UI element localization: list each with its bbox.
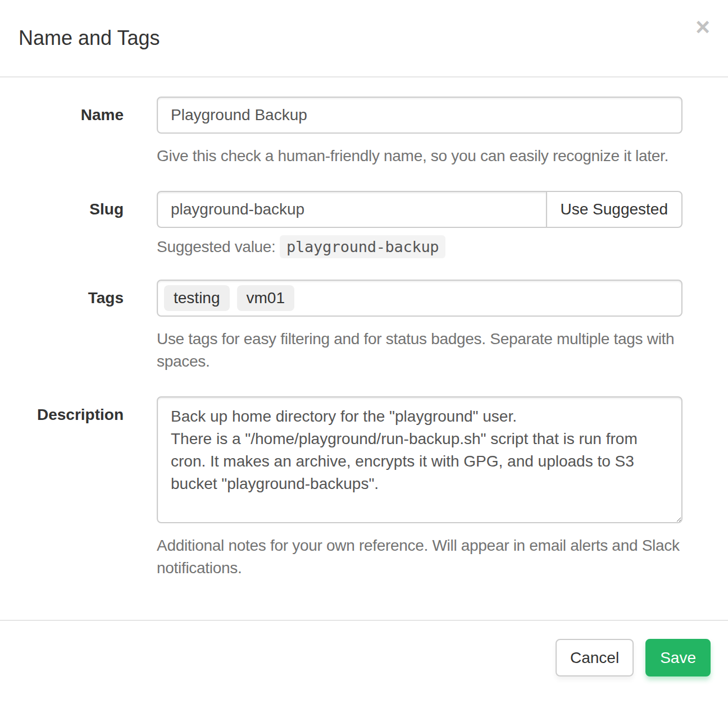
tags-label: Tags [0,280,124,307]
name-field-row: Name Give this check a human-friendly na… [0,97,728,167]
description-field-row: Description Back up home directory for t… [0,396,728,579]
slug-input-group: Use Suggested [157,191,683,228]
description-help-text: Additional notes for your own reference.… [157,534,683,579]
name-control: Give this check a human-friendly name, s… [157,97,683,167]
slug-label: Slug [0,191,124,218]
tag-chip-testing[interactable]: testing [164,285,230,311]
tags-field-row: Tags testing vm01 Use tags for easy filt… [0,280,728,373]
description-textarea[interactable]: Back up home directory for the "playgrou… [157,396,683,523]
dialog-footer: Cancel Save [0,620,728,694]
tag-chip-vm01[interactable]: vm01 [237,285,294,311]
use-suggested-button[interactable]: Use Suggested [546,191,683,228]
dialog-title: Name and Tags [19,26,160,50]
close-icon[interactable]: × [693,12,712,42]
tags-input[interactable]: testing vm01 [157,280,683,317]
slug-field-row: Slug Use Suggested Suggested value: play… [0,191,728,256]
cancel-button[interactable]: Cancel [556,639,634,676]
slug-input[interactable] [157,191,547,228]
dialog-header: Name and Tags × [0,0,728,77]
name-help-text: Give this check a human-friendly name, s… [157,145,683,167]
name-and-tags-dialog: Name and Tags × Name Give this check a h… [0,0,728,694]
description-label: Description [0,396,124,424]
suggested-value-line: Suggested value: playground-backup [157,238,683,256]
description-control: Back up home directory for the "playgrou… [157,396,683,579]
name-label: Name [0,97,124,124]
save-button[interactable]: Save [645,639,711,676]
suggested-value-label: Suggested value: [157,238,276,255]
name-input[interactable] [157,97,683,134]
tags-control: testing vm01 Use tags for easy filtering… [157,280,683,373]
slug-control: Use Suggested Suggested value: playgroun… [157,191,683,256]
tags-help-text: Use tags for easy filtering and for stat… [157,328,683,373]
suggested-value-code: playground-backup [280,235,445,258]
dialog-body: Name Give this check a human-friendly na… [0,77,728,620]
